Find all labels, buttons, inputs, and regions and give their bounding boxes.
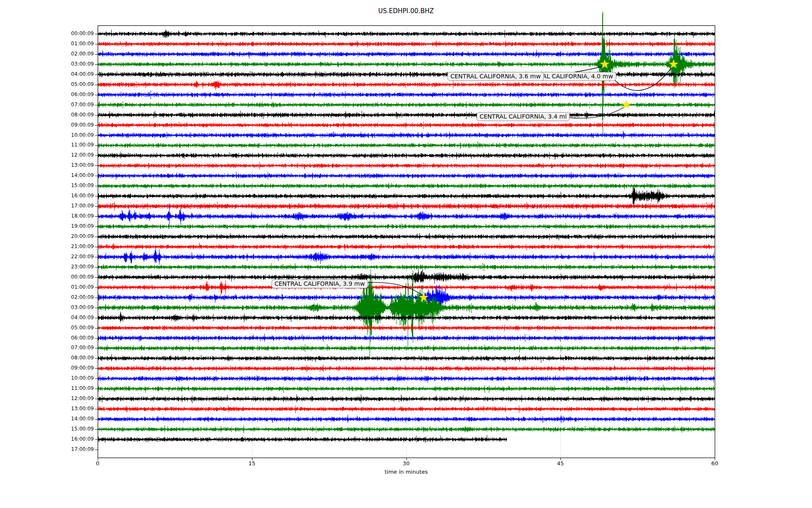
trace-label: 07:00:09 bbox=[0, 102, 94, 108]
trace-label: 12:00:09 bbox=[0, 152, 94, 158]
trace-label: 13:00:09 bbox=[0, 162, 94, 168]
trace-label: 08:00:09 bbox=[0, 355, 94, 361]
event-annotation-box: CENTRAL CALIFORNIA, 3.6 mw bbox=[447, 72, 544, 81]
trace-label: 01:00:09 bbox=[0, 284, 94, 290]
trace-label: 14:00:09 bbox=[0, 416, 94, 422]
trace-label: 20:00:09 bbox=[0, 233, 94, 240]
trace-label: 17:00:09 bbox=[0, 203, 94, 209]
x-tick-label: 30 bbox=[394, 460, 419, 467]
trace-label: 05:00:09 bbox=[0, 325, 94, 331]
x-tick-label: 15 bbox=[239, 460, 265, 467]
trace-label: 04:00:09 bbox=[0, 315, 94, 321]
trace-label: 18:00:09 bbox=[0, 213, 94, 219]
trace-label: 17:00:09 bbox=[0, 446, 94, 453]
trace-label: 19:00:09 bbox=[0, 223, 94, 229]
trace-label: 06:00:09 bbox=[0, 335, 94, 341]
seismogram-canvas bbox=[0, 0, 812, 508]
seismogram-page: US.EDHPI.00.BHZ 00:00:0901:00:0902:00:09… bbox=[0, 0, 812, 508]
trace-label: 11:00:09 bbox=[0, 385, 94, 392]
trace-label: 09:00:09 bbox=[0, 365, 94, 371]
trace-label: 00:00:09 bbox=[0, 30, 94, 37]
trace-label: 23:00:09 bbox=[0, 264, 94, 270]
trace-label: 16:00:09 bbox=[0, 436, 94, 442]
trace-label: 22:00:09 bbox=[0, 254, 94, 260]
trace-label: 14:00:09 bbox=[0, 172, 94, 179]
event-annotation-box: CENTRAL CALIFORNIA, 3.9 mw bbox=[272, 279, 368, 288]
x-tick-label: 0 bbox=[85, 460, 110, 467]
trace-label: 21:00:09 bbox=[0, 243, 94, 250]
event-annotation-box: CENTRAL CALIFORNIA, 3.4 ml bbox=[477, 112, 570, 121]
x-tick-label: 60 bbox=[702, 460, 727, 467]
trace-label: 08:00:09 bbox=[0, 112, 94, 118]
trace-label: 05:00:09 bbox=[0, 81, 94, 88]
trace-label: 09:00:09 bbox=[0, 122, 94, 128]
x-axis-label: time in minutes bbox=[0, 469, 812, 475]
trace-label: 15:00:09 bbox=[0, 182, 94, 189]
trace-label: 15:00:09 bbox=[0, 426, 94, 432]
trace-label: 10:00:09 bbox=[0, 375, 94, 381]
trace-label: 02:00:09 bbox=[0, 294, 94, 301]
trace-label: 10:00:09 bbox=[0, 132, 94, 138]
trace-label: 00:00:09 bbox=[0, 274, 94, 280]
trace-label: 02:00:09 bbox=[0, 51, 94, 57]
trace-label: 13:00:09 bbox=[0, 406, 94, 412]
trace-label: 01:00:09 bbox=[0, 41, 94, 47]
trace-label: 03:00:09 bbox=[0, 61, 94, 67]
trace-label: 07:00:09 bbox=[0, 345, 94, 351]
trace-label: 12:00:09 bbox=[0, 395, 94, 402]
trace-label: 03:00:09 bbox=[0, 304, 94, 311]
trace-label: 04:00:09 bbox=[0, 71, 94, 77]
trace-label: 06:00:09 bbox=[0, 91, 94, 98]
x-tick-label: 45 bbox=[548, 460, 573, 467]
trace-label: 11:00:09 bbox=[0, 142, 94, 148]
trace-label: 16:00:09 bbox=[0, 193, 94, 199]
